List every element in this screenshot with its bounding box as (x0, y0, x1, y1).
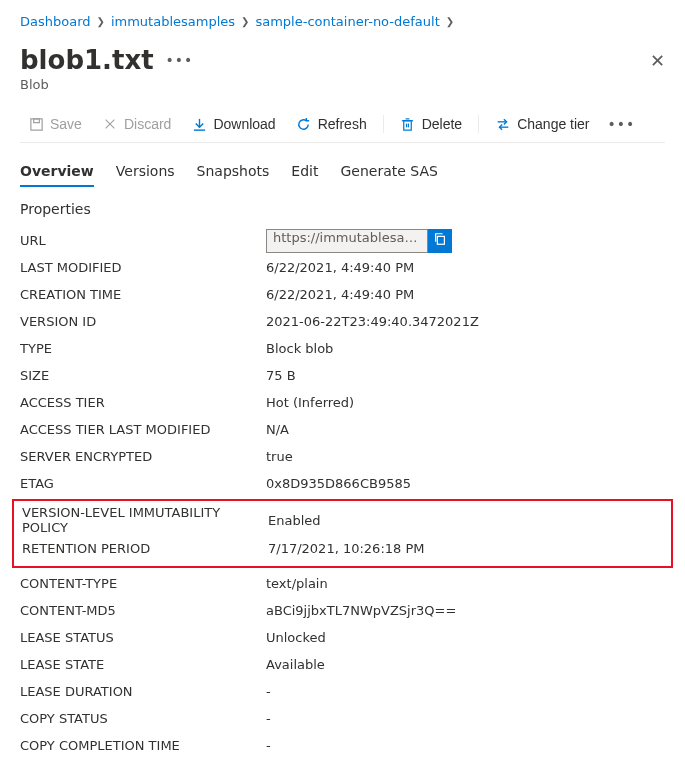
page-title: blob1.txt (20, 45, 154, 75)
prop-val-last-modified: 6/22/2021, 4:49:40 PM (266, 260, 414, 275)
prop-val-content-type: text/plain (266, 576, 328, 591)
prop-val-access-tier: Hot (Inferred) (266, 395, 354, 410)
prop-key-copy-status: COPY STATUS (20, 711, 266, 726)
chevron-right-icon: ❯ (97, 16, 105, 27)
tab-generate-sas[interactable]: Generate SAS (340, 157, 437, 187)
prop-val-version-id: 2021-06-22T23:49:40.3472021Z (266, 314, 479, 329)
copy-url-button[interactable] (428, 229, 452, 253)
tabs: Overview Versions Snapshots Edit Generat… (20, 157, 665, 187)
chevron-right-icon: ❯ (241, 16, 249, 27)
prop-val-vlip: Enabled (268, 513, 321, 528)
separator (478, 115, 479, 133)
tab-versions[interactable]: Versions (116, 157, 175, 187)
prop-key-lease-duration: LEASE DURATION (20, 684, 266, 699)
prop-val-copy-completion: - (266, 738, 271, 753)
delete-icon (400, 116, 416, 132)
prop-key-lease-status: LEASE STATUS (20, 630, 266, 645)
prop-key-access-tier-lm: ACCESS TIER LAST MODIFIED (20, 422, 266, 437)
prop-val-server-encrypted: true (266, 449, 293, 464)
url-field[interactable]: https://immutablesamp... (266, 229, 428, 253)
tab-overview[interactable]: Overview (20, 157, 94, 187)
prop-val-creation-time: 6/22/2021, 4:49:40 PM (266, 287, 414, 302)
discard-icon (102, 116, 118, 132)
prop-val-size: 75 B (266, 368, 296, 383)
change-tier-button[interactable]: Change tier (487, 112, 597, 136)
prop-val-etag: 0x8D935D866CB9585 (266, 476, 411, 491)
prop-key-vlip: VERSION-LEVEL IMMUTABILITY POLICY (22, 505, 268, 535)
tab-snapshots[interactable]: Snapshots (197, 157, 270, 187)
prop-key-url: URL (20, 233, 266, 248)
svg-rect-6 (404, 120, 412, 129)
save-icon (28, 116, 44, 132)
toolbar-overflow-icon[interactable]: ••• (608, 116, 636, 132)
prop-key-access-tier: ACCESS TIER (20, 395, 266, 410)
separator (383, 115, 384, 133)
prop-val-copy-status: - (266, 711, 271, 726)
delete-button[interactable]: Delete (392, 112, 470, 136)
change-tier-icon (495, 116, 511, 132)
command-bar: Save Discard Download Refresh Delete Cha… (20, 106, 665, 143)
prop-val-content-md5: aBCi9jjbxTL7NWpVZSjr3Q== (266, 603, 456, 618)
prop-key-version-id: VERSION ID (20, 314, 266, 329)
breadcrumb: Dashboard ❯ immutablesamples ❯ sample-co… (20, 10, 665, 39)
tab-edit[interactable]: Edit (291, 157, 318, 187)
prop-val-lease-status: Unlocked (266, 630, 326, 645)
svg-rect-1 (33, 118, 39, 122)
prop-key-creation-time: CREATION TIME (20, 287, 266, 302)
prop-key-retention: RETENTION PERIOD (22, 541, 268, 556)
refresh-button[interactable]: Refresh (288, 112, 375, 136)
prop-key-server-encrypted: SERVER ENCRYPTED (20, 449, 266, 464)
svg-rect-0 (30, 118, 41, 129)
more-icon[interactable]: ••• (166, 52, 194, 68)
chevron-right-icon: ❯ (446, 16, 454, 27)
prop-val-lease-duration: - (266, 684, 271, 699)
highlight-immutability: VERSION-LEVEL IMMUTABILITY POLICYEnabled… (12, 499, 673, 568)
prop-key-content-type: CONTENT-TYPE (20, 576, 266, 591)
prop-key-etag: ETAG (20, 476, 266, 491)
prop-key-size: SIZE (20, 368, 266, 383)
breadcrumb-item-dashboard[interactable]: Dashboard (20, 14, 91, 29)
prop-val-lease-state: Available (266, 657, 325, 672)
properties-heading: Properties (20, 201, 665, 217)
prop-val-retention: 7/17/2021, 10:26:18 PM (268, 541, 425, 556)
refresh-icon (296, 116, 312, 132)
svg-rect-11 (437, 236, 444, 244)
breadcrumb-item-container[interactable]: sample-container-no-default (255, 14, 439, 29)
prop-key-last-modified: LAST MODIFIED (20, 260, 266, 275)
page-subtitle: Blob (20, 77, 665, 92)
discard-button: Discard (94, 112, 179, 136)
copy-icon (433, 232, 447, 249)
prop-val-access-tier-lm: N/A (266, 422, 289, 437)
breadcrumb-item-storage[interactable]: immutablesamples (111, 14, 235, 29)
download-button[interactable]: Download (183, 112, 283, 136)
prop-key-content-md5: CONTENT-MD5 (20, 603, 266, 618)
download-icon (191, 116, 207, 132)
prop-val-type: Block blob (266, 341, 333, 356)
prop-key-type: TYPE (20, 341, 266, 356)
prop-key-copy-completion: COPY COMPLETION TIME (20, 738, 266, 753)
close-icon[interactable]: ✕ (650, 50, 665, 71)
save-button: Save (20, 112, 90, 136)
prop-key-lease-state: LEASE STATE (20, 657, 266, 672)
